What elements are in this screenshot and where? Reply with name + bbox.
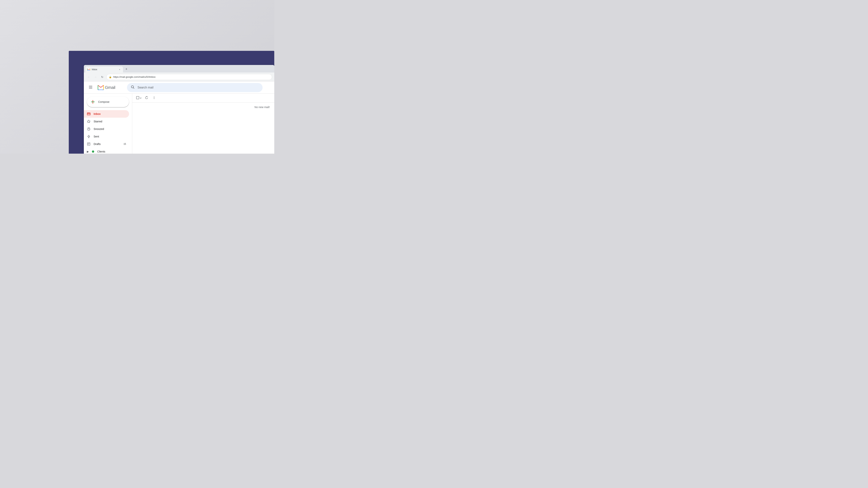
back-icon: ← bbox=[87, 75, 90, 78]
gmail-search-bar[interactable]: Search mail bbox=[127, 83, 262, 92]
inbox-empty-state: No new mail! bbox=[132, 103, 274, 154]
svg-point-22 bbox=[154, 97, 154, 98]
sidebar-item-clients[interactable]: ▶ Clients bbox=[84, 148, 129, 154]
tab-close-button[interactable]: × bbox=[118, 68, 121, 71]
inbox-label: Inbox bbox=[94, 112, 126, 116]
menu-button[interactable] bbox=[87, 84, 94, 91]
main-toolbar bbox=[132, 94, 274, 103]
new-tab-button[interactable]: + bbox=[124, 66, 129, 72]
refresh-button-main[interactable] bbox=[143, 95, 150, 101]
gmail-sidebar: Compose Inbox bbox=[84, 94, 132, 154]
clients-label: Clients bbox=[97, 150, 126, 153]
no-mail-text: No new mail! bbox=[254, 106, 270, 109]
browser-tab-bar: Inbox × + bbox=[84, 65, 274, 72]
sent-icon bbox=[87, 135, 91, 138]
tab-favicon bbox=[87, 68, 90, 71]
hamburger-icon bbox=[89, 86, 92, 90]
search-icon bbox=[131, 85, 134, 90]
snoozed-icon bbox=[87, 127, 91, 131]
snoozed-label: Snoozed bbox=[94, 127, 126, 130]
gmail-layout: Compose Inbox bbox=[84, 94, 274, 154]
more-options-icon bbox=[152, 96, 156, 100]
gmail-logo: Gmail bbox=[97, 84, 115, 91]
more-options-button[interactable] bbox=[151, 95, 157, 101]
gmail-brand-text: Gmail bbox=[105, 85, 115, 90]
refresh-icon: ↻ bbox=[101, 75, 103, 78]
sidebar-item-sent[interactable]: Sent bbox=[84, 133, 129, 140]
refresh-button[interactable]: ↻ bbox=[100, 74, 105, 79]
drafts-label: Drafts bbox=[94, 142, 121, 145]
svg-line-10 bbox=[133, 88, 134, 89]
drafts-badge: 15 bbox=[124, 143, 126, 145]
select-chevron-icon bbox=[140, 96, 142, 100]
checkbox-icon bbox=[136, 96, 140, 100]
svg-rect-1 bbox=[89, 86, 92, 86]
svg-point-21 bbox=[154, 96, 154, 97]
refresh-icon-main bbox=[145, 96, 148, 100]
svg-rect-3 bbox=[89, 88, 92, 89]
gmail-header: Gmail Search mail bbox=[84, 82, 274, 94]
sidebar-item-drafts[interactable]: Drafts 15 bbox=[84, 140, 129, 148]
tab-title: Inbox bbox=[92, 68, 117, 71]
browser-window: Inbox × + ← → ↻ 🔒 https://mail.google.co… bbox=[84, 65, 274, 154]
lock-icon: 🔒 bbox=[109, 76, 112, 78]
svg-rect-19 bbox=[87, 143, 90, 145]
drafts-icon bbox=[87, 142, 91, 146]
svg-rect-15 bbox=[87, 114, 90, 115]
gmail-app: Gmail Search mail bbox=[84, 82, 274, 154]
svg-rect-20 bbox=[136, 96, 139, 99]
clients-folder-icon bbox=[92, 151, 94, 153]
address-bar[interactable]: 🔒 https://mail.google.com/mail/u/0/#inbo… bbox=[106, 74, 272, 80]
sidebar-item-starred[interactable]: Starred bbox=[84, 118, 129, 125]
url-text: https://mail.google.com/mail/u/0/#inbox bbox=[113, 75, 156, 78]
inbox-icon bbox=[87, 112, 91, 116]
svg-rect-2 bbox=[89, 87, 92, 87]
starred-label: Starred bbox=[94, 120, 126, 123]
browser-toolbar: ← → ↻ 🔒 https://mail.google.com/mail/u/0… bbox=[84, 72, 274, 82]
gmail-m-logo bbox=[97, 84, 104, 91]
starred-icon bbox=[87, 120, 91, 123]
compose-plus-icon bbox=[90, 99, 96, 105]
sidebar-item-inbox[interactable]: Inbox bbox=[84, 110, 129, 118]
compose-button[interactable]: Compose bbox=[87, 97, 129, 107]
forward-button[interactable]: → bbox=[93, 74, 98, 79]
gmail-main-content: No new mail! bbox=[132, 94, 274, 154]
forward-icon: → bbox=[94, 75, 97, 78]
compose-label: Compose bbox=[98, 100, 110, 103]
select-all-button[interactable] bbox=[135, 95, 143, 101]
browser-tab-inbox[interactable]: Inbox × bbox=[85, 66, 123, 72]
svg-point-23 bbox=[154, 98, 154, 99]
search-placeholder-text: Search mail bbox=[137, 86, 259, 89]
back-button[interactable]: ← bbox=[86, 74, 91, 79]
sent-label: Sent bbox=[94, 135, 126, 138]
clients-expand-arrow: ▶ bbox=[87, 150, 89, 153]
sidebar-item-snoozed[interactable]: Snoozed bbox=[84, 125, 129, 133]
